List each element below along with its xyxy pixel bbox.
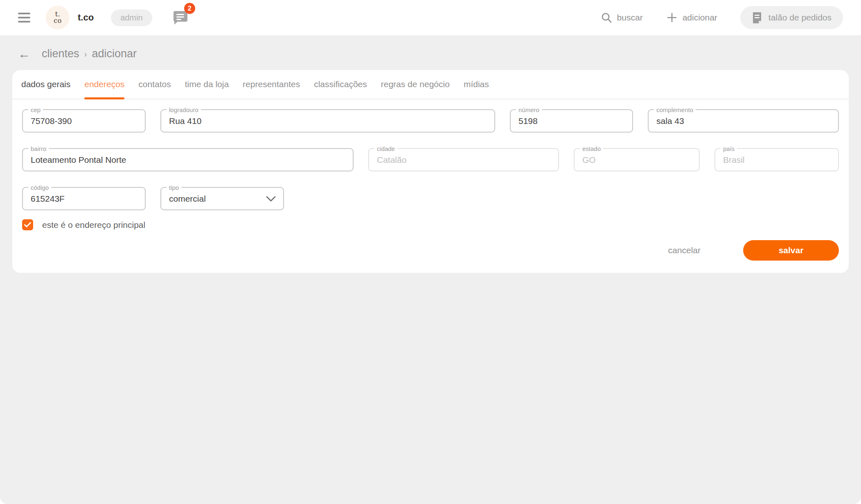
form-actions: cancelar salvar <box>668 240 839 261</box>
tab-enderecos[interactable]: endereços <box>84 70 124 99</box>
search-button[interactable]: buscar <box>601 12 643 23</box>
form-row-2: bairro Loteamento Pontal Norte cidade Ca… <box>12 148 849 171</box>
breadcrumb-row: ← clientes › adicionar <box>0 35 861 70</box>
tab-regras-de-negocio[interactable]: regras de negócio <box>381 70 450 99</box>
form-row-3: código 615243F tipo comercial <box>12 187 849 210</box>
pais-value: Brasil <box>723 155 745 165</box>
brand-logo-line2: co <box>54 18 62 24</box>
order-pad-label: talão de pedidos <box>769 13 832 22</box>
tab-midias[interactable]: mídias <box>464 70 489 99</box>
address-form-card: dados gerais endereços contatos time da … <box>12 70 849 273</box>
save-button[interactable]: salvar <box>743 240 839 261</box>
breadcrumb-section[interactable]: clientes <box>42 47 79 60</box>
numero-label: número <box>516 106 542 114</box>
order-pad-button[interactable]: talão de pedidos <box>740 6 843 29</box>
tipo-select[interactable]: tipo comercial <box>160 187 284 210</box>
cep-field[interactable]: cep 75708-390 <box>22 109 146 133</box>
principal-address-checkbox-row[interactable]: este é o endereço principal <box>12 219 155 230</box>
logradouro-value: Rua 410 <box>169 116 201 126</box>
complemento-label: complemento <box>654 106 696 114</box>
tab-dados-gerais[interactable]: dados gerais <box>21 70 70 99</box>
numero-field[interactable]: número 5198 <box>510 109 633 133</box>
breadcrumb-separator-icon: › <box>84 49 87 59</box>
estado-field: estado GO <box>574 148 700 171</box>
add-button[interactable]: adicionar <box>667 12 717 23</box>
bairro-value: Loteamento Pontal Norte <box>31 155 126 165</box>
tab-bar: dados gerais endereços contatos time da … <box>12 70 849 99</box>
cep-label: cep <box>28 106 43 114</box>
tab-classificacoes[interactable]: classificações <box>314 70 367 99</box>
hamburger-menu-icon[interactable] <box>18 13 30 22</box>
back-arrow-icon[interactable]: ← <box>18 48 30 60</box>
numero-value: 5198 <box>518 116 538 126</box>
complemento-field[interactable]: complemento sala 43 <box>648 109 839 133</box>
tipo-value: comercial <box>169 194 206 204</box>
add-label: adicionar <box>683 13 717 22</box>
checkbox-checked-icon[interactable] <box>22 219 33 230</box>
pais-label: país <box>721 145 737 153</box>
tab-time-da-loja[interactable]: time da loja <box>185 70 229 99</box>
search-icon <box>601 12 612 23</box>
topbar-actions: buscar adicionar talão de pedidos <box>601 6 843 29</box>
breadcrumb: clientes › adicionar <box>42 47 137 60</box>
bairro-field[interactable]: bairro Loteamento Pontal Norte <box>22 148 354 171</box>
complemento-value: sala 43 <box>656 116 684 126</box>
estado-value: GO <box>582 155 596 165</box>
app-window: t. co t.co admin 2 buscar <box>0 0 861 504</box>
brand-name: t.co <box>78 12 94 23</box>
codigo-value: 615243F <box>31 194 65 204</box>
cep-value: 75708-390 <box>31 116 72 126</box>
brand-logo[interactable]: t. co <box>46 6 70 29</box>
estado-label: estado <box>580 145 603 153</box>
notifications-button[interactable]: 2 <box>172 10 188 25</box>
form-row-1: cep 75708-390 logradouro Rua 410 número … <box>12 109 849 133</box>
pais-field: país Brasil <box>714 148 839 171</box>
order-pad-icon <box>752 11 762 24</box>
admin-role-chip[interactable]: admin <box>111 9 152 26</box>
top-bar: t. co t.co admin 2 buscar <box>0 0 861 35</box>
notification-count-badge: 2 <box>184 3 195 14</box>
codigo-field[interactable]: código 615243F <box>22 187 146 210</box>
cancel-button[interactable]: cancelar <box>668 245 701 255</box>
breadcrumb-current: adicionar <box>92 47 137 60</box>
principal-address-label: este é o endereço principal <box>42 220 145 230</box>
cidade-label: cidade <box>374 145 397 153</box>
codigo-label: código <box>28 184 51 192</box>
check-icon <box>24 222 31 227</box>
chevron-down-icon <box>266 196 276 202</box>
plus-icon <box>667 12 677 23</box>
tipo-label: tipo <box>167 184 181 192</box>
bairro-label: bairro <box>28 145 49 153</box>
cidade-value: Catalão <box>377 155 406 165</box>
logradouro-field[interactable]: logradouro Rua 410 <box>160 109 495 133</box>
logradouro-label: logradouro <box>167 106 201 114</box>
tab-representantes[interactable]: representantes <box>243 70 300 99</box>
cidade-field: cidade Catalão <box>368 148 559 171</box>
search-label: buscar <box>617 13 643 22</box>
tab-contatos[interactable]: contatos <box>138 70 171 99</box>
